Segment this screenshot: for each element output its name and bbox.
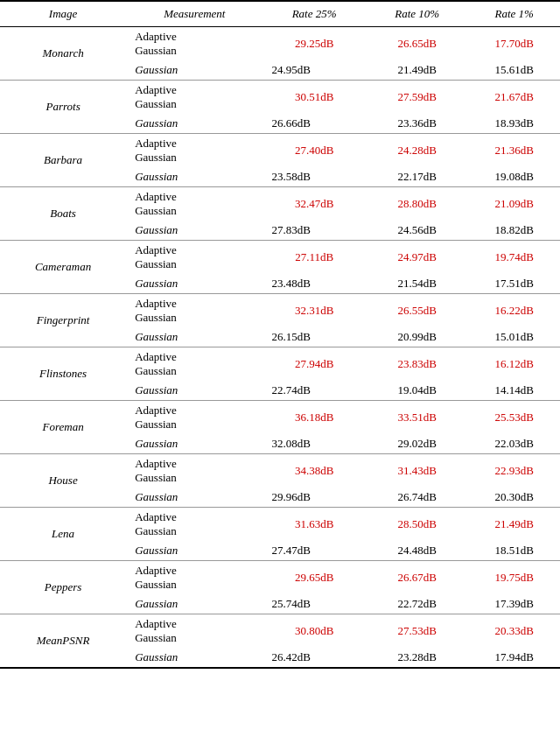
col-header-rate10: Rate 10% xyxy=(366,1,469,27)
measurement-label: Gaussian xyxy=(126,541,262,561)
value-cell: 23.83dB xyxy=(366,347,469,382)
measurement-label: AdaptiveGaussian xyxy=(126,401,262,435)
measurement-label: AdaptiveGaussian xyxy=(126,81,262,115)
measurement-label: Gaussian xyxy=(126,221,262,241)
value-cell: 32.08dB xyxy=(262,434,366,454)
value-cell: 16.22dB xyxy=(468,294,560,328)
value-cell: 32.47dB xyxy=(262,187,366,221)
value-cell: 27.40dB xyxy=(262,134,366,168)
value-cell: 25.53dB xyxy=(468,401,560,435)
image-name-cell: Flinstones xyxy=(0,347,126,401)
table-row: FingerprintAdaptiveGaussian32.31dB26.55d… xyxy=(0,294,560,328)
value-cell: 15.01dB xyxy=(468,327,560,347)
value-cell: 23.48dB xyxy=(262,274,366,294)
value-cell: 17.39dB xyxy=(468,594,560,614)
table-row: MeanPSNRAdaptiveGaussian30.80dB27.53dB20… xyxy=(0,614,560,649)
value-cell: 27.47dB xyxy=(262,541,366,561)
value-cell: 23.28dB xyxy=(366,648,469,668)
measurement-label: Gaussian xyxy=(126,327,262,347)
value-cell: 20.30dB xyxy=(468,488,560,508)
value-cell: 27.59dB xyxy=(366,81,469,115)
table-row: LenaAdaptiveGaussian31.63dB28.50dB21.49d… xyxy=(0,508,560,542)
table-row: PeppersAdaptiveGaussian29.65dB26.67dB19.… xyxy=(0,561,560,595)
value-cell: 21.09dB xyxy=(468,187,560,221)
value-cell: 32.31dB xyxy=(262,294,366,328)
value-cell: 21.49dB xyxy=(366,60,469,81)
measurement-label: AdaptiveGaussian xyxy=(126,134,262,168)
value-cell: 20.99dB xyxy=(366,327,469,347)
value-cell: 18.82dB xyxy=(468,221,560,241)
col-header-image: Image xyxy=(0,1,126,27)
value-cell: 27.83dB xyxy=(262,221,366,241)
col-header-rate1: Rate 1% xyxy=(468,1,560,27)
value-cell: 29.65dB xyxy=(262,561,366,595)
results-table: Image Measurement Rate 25% Rate 10% Rate… xyxy=(0,0,560,669)
value-cell: 19.08dB xyxy=(468,167,560,187)
value-cell: 21.36dB xyxy=(468,134,560,168)
image-name-cell: Fingerprint xyxy=(0,294,126,347)
value-cell: 28.50dB xyxy=(366,508,469,542)
value-cell: 22.17dB xyxy=(366,167,469,187)
value-cell: 24.95dB xyxy=(262,60,366,81)
value-cell: 15.61dB xyxy=(468,60,560,81)
measurement-label: AdaptiveGaussian xyxy=(126,614,262,649)
measurement-label: Gaussian xyxy=(126,274,262,294)
value-cell: 26.55dB xyxy=(366,294,469,328)
table-row: BoatsAdaptiveGaussian32.47dB28.80dB21.09… xyxy=(0,187,560,221)
measurement-label: AdaptiveGaussian xyxy=(126,561,262,595)
value-cell: 21.54dB xyxy=(366,274,469,294)
value-cell: 24.48dB xyxy=(366,541,469,561)
measurement-label: Gaussian xyxy=(126,167,262,187)
measurement-label: AdaptiveGaussian xyxy=(126,241,262,275)
measurement-label: Gaussian xyxy=(126,381,262,401)
value-cell: 26.66dB xyxy=(262,114,366,134)
value-cell: 22.74dB xyxy=(262,381,366,401)
value-cell: 30.80dB xyxy=(262,614,366,649)
table-row: ParrotsAdaptiveGaussian30.51dB27.59dB21.… xyxy=(0,81,560,115)
measurement-label: AdaptiveGaussian xyxy=(126,454,262,488)
value-cell: 26.42dB xyxy=(262,648,366,668)
value-cell: 36.18dB xyxy=(262,401,366,435)
measurement-label: Gaussian xyxy=(126,594,262,614)
value-cell: 19.04dB xyxy=(366,381,469,401)
table-row: BarbaraAdaptiveGaussian27.40dB24.28dB21.… xyxy=(0,134,560,168)
value-cell: 33.51dB xyxy=(366,401,469,435)
col-header-measurement: Measurement xyxy=(126,1,262,27)
value-cell: 23.58dB xyxy=(262,167,366,187)
value-cell: 17.51dB xyxy=(468,274,560,294)
col-header-rate25: Rate 25% xyxy=(262,1,366,27)
table-row: MonarchAdaptiveGaussian29.25dB26.65dB17.… xyxy=(0,27,560,61)
value-cell: 26.67dB xyxy=(366,561,469,595)
value-cell: 21.67dB xyxy=(468,81,560,115)
value-cell: 20.33dB xyxy=(468,614,560,649)
measurement-label: AdaptiveGaussian xyxy=(126,27,262,61)
value-cell: 31.63dB xyxy=(262,508,366,542)
image-name-cell: Monarch xyxy=(0,27,126,81)
measurement-label: AdaptiveGaussian xyxy=(126,508,262,542)
image-name-cell: Lena xyxy=(0,508,126,561)
value-cell: 30.51dB xyxy=(262,81,366,115)
value-cell: 17.70dB xyxy=(468,27,560,61)
table-row: FlinstonesAdaptiveGaussian27.94dB23.83dB… xyxy=(0,347,560,382)
value-cell: 27.53dB xyxy=(366,614,469,649)
value-cell: 31.43dB xyxy=(366,454,469,488)
table-row: CameramanAdaptiveGaussian27.11dB24.97dB1… xyxy=(0,241,560,275)
value-cell: 24.56dB xyxy=(366,221,469,241)
value-cell: 26.15dB xyxy=(262,327,366,347)
value-cell: 28.80dB xyxy=(366,187,469,221)
value-cell: 14.14dB xyxy=(468,381,560,401)
image-name-cell: Boats xyxy=(0,187,126,241)
table-row: HouseAdaptiveGaussian34.38dB31.43dB22.93… xyxy=(0,454,560,488)
value-cell: 18.51dB xyxy=(468,541,560,561)
measurement-label: Gaussian xyxy=(126,114,262,134)
image-name-cell: Foreman xyxy=(0,401,126,454)
table-header-row: Image Measurement Rate 25% Rate 10% Rate… xyxy=(0,1,560,27)
value-cell: 25.74dB xyxy=(262,594,366,614)
value-cell: 29.25dB xyxy=(262,27,366,61)
image-name-cell: House xyxy=(0,454,126,508)
image-name-cell: Cameraman xyxy=(0,241,126,294)
value-cell: 29.96dB xyxy=(262,488,366,508)
table-row: ForemanAdaptiveGaussian36.18dB33.51dB25.… xyxy=(0,401,560,435)
value-cell: 27.11dB xyxy=(262,241,366,275)
value-cell: 16.12dB xyxy=(468,347,560,382)
